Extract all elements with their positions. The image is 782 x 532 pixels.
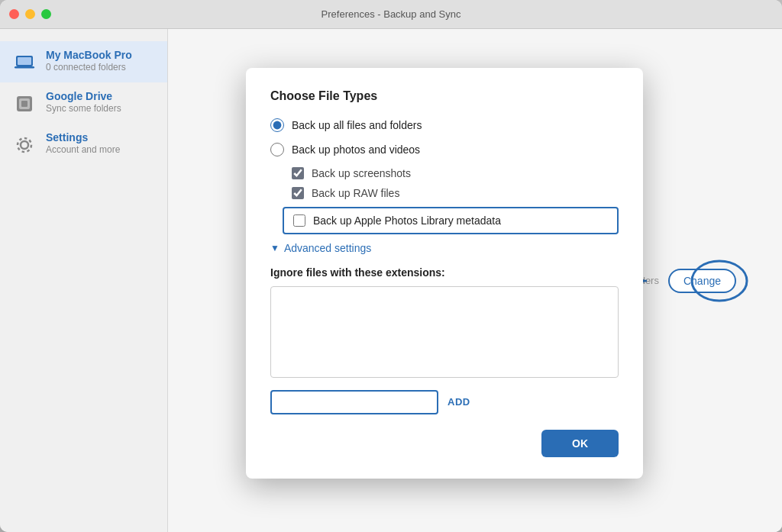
advanced-settings-label: Advanced settings (284, 242, 371, 254)
ok-row: OK (270, 430, 619, 457)
checkbox-apple-photos-input[interactable] (293, 214, 305, 227)
gear-icon (12, 133, 37, 157)
svg-rect-2 (15, 66, 34, 69)
sidebar-item-settings[interactable]: Settings Account and more (0, 124, 167, 165)
advanced-settings-toggle[interactable]: ▼ Advanced settings (270, 242, 619, 254)
content-area: My MacBook Pro 0 connected folders Googl… (0, 29, 782, 532)
sidebar-drive-subtitle: Sync some folders (46, 103, 121, 114)
svg-point-7 (18, 138, 31, 152)
window-controls (9, 9, 51, 19)
drive-icon (12, 92, 37, 116)
radio-all-files[interactable]: Back up all files and folders (270, 118, 619, 132)
advanced-settings-section: ▼ Advanced settings (270, 242, 619, 254)
sidebar-drive-text: Google Drive Sync some folders (46, 90, 121, 114)
radio-photos-videos-label: Back up photos and videos (292, 143, 420, 156)
svg-rect-5 (21, 101, 27, 107)
main-panel: es and folders Change (168, 29, 782, 532)
checkbox-raw-files[interactable]: Back up RAW files (292, 187, 619, 199)
minimize-button[interactable] (25, 9, 35, 19)
svg-point-6 (21, 141, 28, 149)
dialog-overlay: Choose File Types Back up all files and … (168, 29, 782, 532)
app-window: Preferences - Backup and Sync My MacBook… (0, 0, 782, 532)
checkbox-apple-photos[interactable]: Back up Apple Photos Library metadata (283, 207, 619, 234)
laptop-icon (12, 50, 37, 75)
sidebar-drive-title: Google Drive (46, 90, 121, 102)
add-row: ADD (270, 390, 619, 414)
ok-button[interactable]: OK (541, 430, 619, 457)
checkbox-screenshots-input[interactable] (292, 167, 304, 179)
sidebar-macbook-text: My MacBook Pro 0 connected folders (46, 49, 132, 73)
dialog: Choose File Types Back up all files and … (246, 68, 643, 479)
checkbox-group: Back up screenshots Back up RAW files (292, 167, 619, 199)
checkbox-screenshots-label: Back up screenshots (312, 167, 411, 179)
chevron-down-icon: ▼ (270, 243, 280, 253)
svg-rect-1 (18, 57, 31, 65)
dialog-title: Choose File Types (270, 89, 619, 103)
sidebar-item-google-drive[interactable]: Google Drive Sync some folders (0, 82, 167, 124)
radio-photos-videos[interactable]: Back up photos and videos (270, 143, 619, 156)
window-title: Preferences - Backup and Sync (322, 8, 461, 20)
sidebar: My MacBook Pro 0 connected folders Googl… (0, 29, 168, 532)
radio-all-files-input[interactable] (270, 118, 284, 132)
radio-photos-videos-input[interactable] (270, 143, 284, 156)
add-extension-input[interactable] (270, 390, 438, 414)
ignore-extensions-label: Ignore files with these extensions: (270, 266, 619, 279)
add-button[interactable]: ADD (448, 396, 470, 408)
radio-all-files-label: Back up all files and folders (292, 119, 422, 131)
close-button[interactable] (9, 9, 19, 19)
ignore-extensions-textarea[interactable] (270, 286, 619, 378)
checkbox-raw-files-label: Back up RAW files (312, 187, 399, 199)
sidebar-settings-text: Settings Account and more (46, 131, 120, 155)
checkbox-apple-photos-label: Back up Apple Photos Library metadata (313, 214, 501, 227)
maximize-button[interactable] (41, 9, 51, 19)
ignore-extensions-section: Ignore files with these extensions: ADD (270, 266, 619, 414)
checkbox-screenshots[interactable]: Back up screenshots (292, 167, 619, 179)
sidebar-settings-title: Settings (46, 131, 120, 143)
checkbox-raw-files-input[interactable] (292, 187, 304, 199)
sidebar-settings-subtitle: Account and more (46, 144, 120, 155)
titlebar: Preferences - Backup and Sync (0, 0, 782, 29)
sidebar-item-macbook[interactable]: My MacBook Pro 0 connected folders (0, 41, 167, 82)
sidebar-macbook-title: My MacBook Pro (46, 49, 132, 61)
sidebar-macbook-subtitle: 0 connected folders (46, 62, 132, 73)
